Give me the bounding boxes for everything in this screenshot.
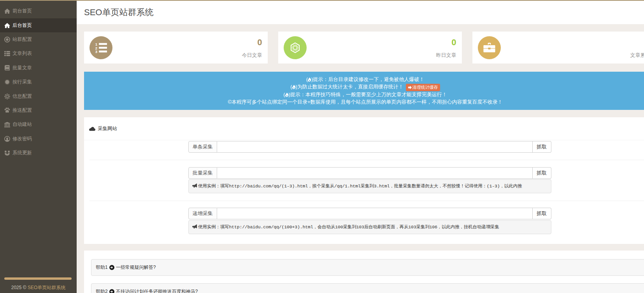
svg-text:3: 3 (95, 49, 97, 53)
